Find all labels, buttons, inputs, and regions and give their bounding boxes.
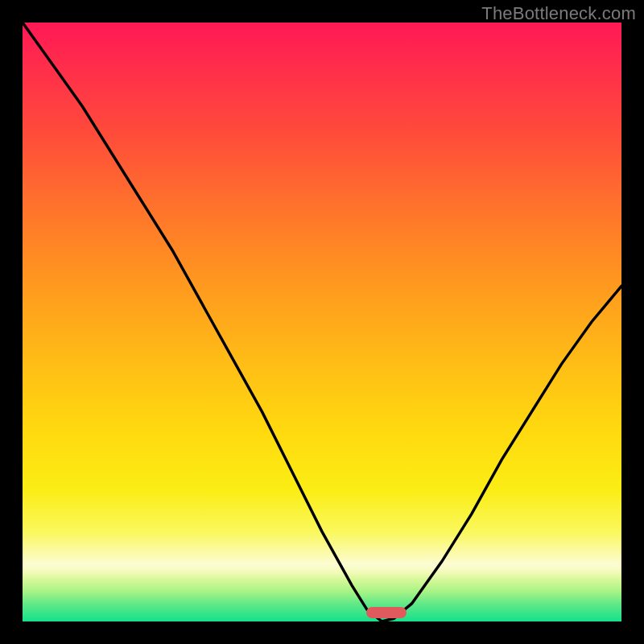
plot-area xyxy=(23,23,621,621)
chart-frame: TheBottleneck.com xyxy=(0,0,644,644)
optimal-point-marker xyxy=(366,607,407,618)
curve-path xyxy=(23,23,621,621)
watermark-text: TheBottleneck.com xyxy=(481,3,636,24)
bottleneck-curve xyxy=(23,23,621,621)
